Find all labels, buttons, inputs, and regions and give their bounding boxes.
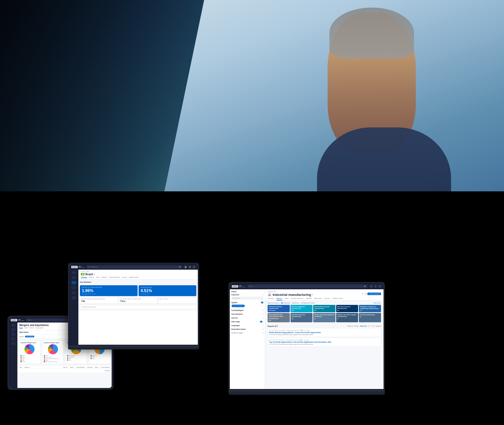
- nav-related-main[interactable]: Related content: [332, 298, 343, 300]
- report-title-2[interactable]: Top 10 Growth Opportunities in Oil and G…: [269, 341, 380, 343]
- nav-financial[interactable]: Financial Markets: [109, 276, 120, 278]
- applied-count: 1: [261, 302, 263, 303]
- subsectors-radio[interactable]: [281, 302, 283, 304]
- download-icon-reports[interactable]: ⬇: [373, 325, 374, 327]
- chart-legend-3: Manufacturing Acquisition USA Other: [67, 355, 85, 361]
- brazil-sidebar-dash[interactable]: [72, 276, 76, 279]
- result-card-batteries[interactable]: Batteries and power supplies manufacturi…: [336, 313, 358, 322]
- nav-ma-main[interactable]: M&A Deals: [314, 298, 322, 300]
- export-button[interactable]: ▼ Export: [19, 370, 110, 371]
- keyword-placeholder: Add keyword...: [232, 297, 241, 299]
- menu-icon-brazil[interactable]: ⊞: [192, 265, 196, 269]
- tab-deals[interactable]: Deals: [19, 327, 23, 329]
- brazil-sidebar-industry[interactable]: [72, 286, 76, 289]
- brazil-sidebar-news[interactable]: [72, 296, 76, 299]
- tab-league-tables[interactable]: League tables: [35, 327, 43, 329]
- nav-news[interactable]: News: [96, 276, 100, 278]
- tablet-sidebar-settings[interactable]: [11, 342, 15, 345]
- card-label-5: Ventilation / heating / air conditioning…: [360, 306, 380, 309]
- tab-tables[interactable]: Tables: [24, 327, 28, 329]
- sources-label[interactable]: Sources ›: [231, 317, 263, 319]
- card-count-7: 766: [292, 318, 312, 320]
- keyword-input[interactable]: Add keyword...: [231, 297, 263, 300]
- laptop-main-inner: EMIS NEXT Market Intelligence Search... …: [230, 283, 384, 389]
- hide-chart-btn[interactable]: Hide chart ▲: [374, 302, 381, 304]
- cpi-value: 4.51%: [141, 289, 194, 293]
- result-card-sensor[interactable]: Sensor and control equipment manufactur.…: [313, 313, 335, 322]
- nav-reports[interactable]: Reports: [89, 276, 94, 278]
- report-title-1[interactable]: Mobile Medical Imaging Market—Trends and…: [269, 332, 380, 333]
- result-card-rail[interactable]: Rail stock and parts manufacturing 304: [336, 305, 358, 312]
- bookmark-icon[interactable]: ⊞: [365, 293, 367, 295]
- nav-statistics[interactable]: Statistics: [102, 276, 107, 278]
- cpi-source: Provided by: Oxford...: [141, 293, 194, 295]
- nav-overview-main[interactable]: Overview: [268, 298, 274, 300]
- regions-radio[interactable]: [301, 302, 303, 304]
- emis-app-brazil: EMIS NEXT Market Intelligence Placeholde…: [69, 264, 198, 345]
- reports-controls: Select all Sort by: Relevance ↺ ⤴ ⬇ Tran…: [347, 325, 381, 327]
- languages-label[interactable]: Languages ›: [231, 325, 263, 326]
- list-icon-main[interactable]: ≡: [374, 285, 377, 288]
- applied-tag-1[interactable]: Last 12 months ×: [232, 305, 245, 307]
- tablet-sidebar-home[interactable]: [11, 324, 15, 327]
- nav-related[interactable]: Related content: [129, 276, 139, 278]
- add-dashboard-button[interactable]: + Add to dashboard: [367, 293, 381, 295]
- sources-radio[interactable]: [292, 302, 294, 304]
- translate-label[interactable]: Translate: [375, 325, 381, 327]
- bell-icon-brazil[interactable]: 🔔: [184, 265, 187, 269]
- main-search[interactable]: Search... 🔍: [247, 285, 367, 288]
- broker-label[interactable]: Broker/Non-broker ›: [231, 328, 263, 330]
- brazil-sidebar-company[interactable]: [72, 291, 76, 294]
- nav-sources-main[interactable]: Sources: [324, 298, 330, 300]
- country-dropdown-icon[interactable]: ▾: [94, 273, 95, 275]
- alert-icon-brazil[interactable]: ⚡: [188, 265, 192, 269]
- profile-header-row: Industry profile 🏭 Industrial manufactur…: [268, 291, 381, 297]
- reports-list-section: Reports 271 Select all Sort by: Relevanc…: [265, 324, 384, 349]
- brazil-sidebar-country[interactable]: [72, 281, 76, 284]
- nav-news-main[interactable]: News: [285, 298, 289, 300]
- stats-more-icon[interactable]: ›: [196, 282, 196, 284]
- settings-icon-main[interactable]: ⚙: [378, 285, 382, 288]
- report-meta-1: Jan 10, 2024 Frost & Sullivan · Global R…: [269, 330, 380, 331]
- result-card-electrical[interactable]: Electrical equipment manufacturing 1821: [291, 305, 313, 312]
- applied-filter-tag[interactable]: 1001-5000 $m: [25, 336, 34, 337]
- nav-sources[interactable]: Sources: [122, 276, 127, 278]
- share-icon[interactable]: ⤴: [364, 293, 365, 295]
- tablet-sidebar-dashboard[interactable]: [11, 328, 15, 331]
- select-all[interactable]: Select all: [347, 325, 353, 327]
- tablet-sidebar-analytics[interactable]: [11, 337, 15, 340]
- country-filter-label[interactable]: Country/Region ›: [231, 309, 263, 311]
- additional-text: Real and Financial Economy...: [81, 306, 195, 308]
- tab-reports[interactable]: Reports: [29, 327, 34, 329]
- date-range-label[interactable]: Date range 1 ›: [231, 321, 263, 323]
- grid-icon-main[interactable]: ⊞: [369, 285, 373, 288]
- result-card-semiconductors[interactable]: Semiconductors and semiconductors parts …: [268, 313, 290, 322]
- refresh-icon-reports[interactable]: ↺: [368, 325, 369, 327]
- result-card-ventilation[interactable]: Ventilation / heating / air conditioning…: [359, 305, 381, 312]
- laptop-brazil: EMIS NEXT Market Intelligence Placeholde…: [68, 263, 199, 349]
- sort-relevance[interactable]: Relevance: [360, 325, 367, 327]
- industry-profile-label: Industry profile: [268, 291, 313, 292]
- nav-statistics-main[interactable]: Statistics: [306, 298, 312, 300]
- brazil-top-icons: 🔔 ⚡ ⊞: [184, 265, 196, 269]
- brazil-search[interactable]: Placeholder Text 🔍: [86, 265, 182, 269]
- nav-overview[interactable]: Overview: [81, 276, 87, 278]
- nav-reports-main[interactable]: Reports: [276, 298, 282, 300]
- result-card-aircraft[interactable]: Aircraft manufacturing 22: [359, 313, 381, 322]
- number-pages-label[interactable]: Number of pages ›: [231, 332, 263, 334]
- main-panel: Industry profile 🏭 Industrial manufactur…: [265, 289, 384, 389]
- result-card-industrial-electronics[interactable]: Industrial electronics manufacturing 766: [291, 313, 313, 322]
- refresh-icon[interactable]: ↺: [362, 293, 363, 295]
- home-icon: ⌂: [72, 271, 76, 274]
- industry-dropdown-icon[interactable]: ▾: [312, 294, 313, 296]
- tablet-logo-subtitle: Market Intelligence: [18, 320, 24, 321]
- share-icon-reports[interactable]: ⤴: [371, 325, 371, 327]
- result-card-shipbuilding[interactable]: Ship building and parts manufacturing 61…: [313, 305, 335, 312]
- result-card-industrial-machinery[interactable]: Industrial machinery manufacturing 5416 …: [268, 305, 290, 312]
- th-target: Target: [70, 367, 73, 368]
- subindustries-label[interactable]: Sub-industries ›: [231, 313, 263, 315]
- tablet-sidebar-reports[interactable]: [11, 333, 15, 336]
- filters-title: Filters: [231, 291, 237, 293]
- nav-indicators-main[interactable]: Industry indicators: [291, 298, 303, 300]
- brazil-sidebar-home[interactable]: ⌂: [72, 271, 76, 274]
